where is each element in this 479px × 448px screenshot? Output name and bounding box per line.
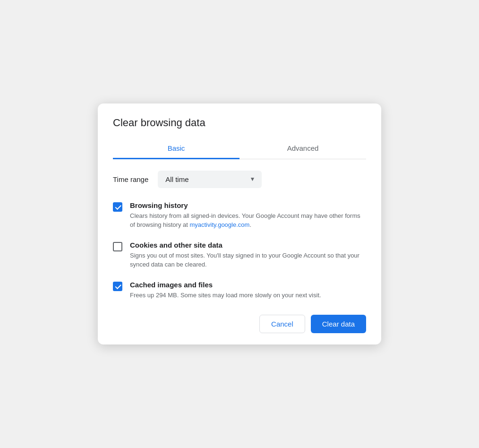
time-range-select-wrapper: Last hour Last 24 hours Last 7 days Last… <box>158 171 262 188</box>
tab-basic[interactable]: Basic <box>113 138 240 159</box>
time-range-label: Time range <box>113 175 148 183</box>
cached-images-title: Cached images and files <box>130 281 366 289</box>
list-item: Browsing history Clears history from all… <box>113 201 366 230</box>
cached-images-checkbox[interactable] <box>113 282 122 291</box>
dialog-footer: Cancel Clear data <box>113 315 366 333</box>
clear-data-button[interactable]: Clear data <box>311 315 366 333</box>
browsing-history-desc: Clears history from all signed-in device… <box>130 211 366 230</box>
cancel-button[interactable]: Cancel <box>259 315 305 333</box>
cookies-title: Cookies and other site data <box>130 241 366 249</box>
browsing-history-checkbox[interactable] <box>113 202 122 212</box>
list-item: Cookies and other site data Signs you ou… <box>113 241 366 269</box>
cookies-content: Cookies and other site data Signs you ou… <box>130 241 366 269</box>
cookies-desc: Signs you out of most sites. You'll stay… <box>130 251 366 269</box>
tab-advanced[interactable]: Advanced <box>240 138 366 159</box>
browsing-history-title: Browsing history <box>130 201 366 209</box>
checkbox-items-container: Browsing history Clears history from all… <box>113 201 366 300</box>
dialog-title: Clear browsing data <box>113 117 366 129</box>
time-range-select[interactable]: Last hour Last 24 hours Last 7 days Last… <box>158 171 262 188</box>
clear-browsing-data-dialog: Clear browsing data Basic Advanced Time … <box>98 103 381 345</box>
browsing-history-content: Browsing history Clears history from all… <box>130 201 366 230</box>
myactivity-link[interactable]: myactivity.google.com <box>189 221 249 228</box>
tabs-container: Basic Advanced <box>113 138 366 159</box>
list-item: Cached images and files Frees up 294 MB.… <box>113 281 366 300</box>
time-range-row: Time range Last hour Last 24 hours Last … <box>113 171 366 188</box>
cached-images-desc: Frees up 294 MB. Some sites may load mor… <box>130 291 366 300</box>
cached-images-content: Cached images and files Frees up 294 MB.… <box>130 281 366 300</box>
cookies-checkbox[interactable] <box>113 242 122 251</box>
